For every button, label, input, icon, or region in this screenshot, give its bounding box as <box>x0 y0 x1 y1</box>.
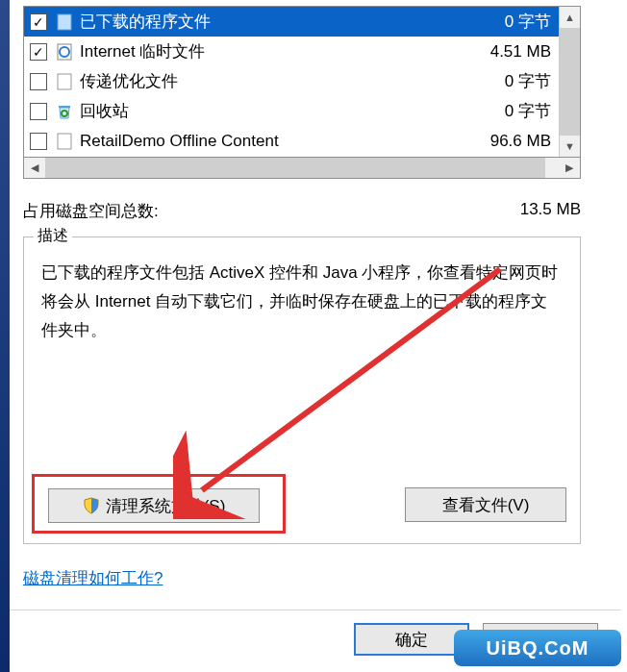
file-name: Internet 临时文件 <box>80 40 490 62</box>
help-link[interactable]: 磁盘清理如何工作? <box>23 567 163 589</box>
list-item[interactable]: 回收站 0 字节 <box>24 96 561 126</box>
ok-button[interactable]: 确定 <box>354 623 469 656</box>
scroll-right-icon[interactable]: ▶ <box>559 158 580 178</box>
scroll-thumb[interactable] <box>45 158 545 178</box>
file-size: 0 字节 <box>505 11 561 33</box>
file-size: 4.51 MB <box>490 42 561 62</box>
recycle-bin-icon <box>55 102 74 121</box>
checkbox[interactable] <box>30 13 47 31</box>
file-name: 回收站 <box>80 100 505 122</box>
description-text: 已下载的程序文件包括 ActiveX 控件和 Java 小程序，你查看特定网页时… <box>41 259 561 345</box>
disk-cleanup-dialog: 已下载的程序文件 0 字节 Internet 临时文件 4.51 MB <box>10 0 627 672</box>
file-name: RetailDemo Offline Content <box>80 132 490 151</box>
blank-file-icon <box>55 72 74 91</box>
view-files-button[interactable]: 查看文件(V) <box>405 487 566 522</box>
file-name: 已下载的程序文件 <box>80 11 505 33</box>
clean-system-files-label: 清理系统文件(S) <box>106 495 226 517</box>
view-files-label: 查看文件(V) <box>442 494 530 516</box>
scroll-up-icon[interactable]: ▲ <box>560 7 580 28</box>
total-label: 占用磁盘空间总数: <box>23 200 520 222</box>
file-list: 已下载的程序文件 0 字节 Internet 临时文件 4.51 MB <box>23 6 581 158</box>
ok-label: 确定 <box>395 629 428 651</box>
svg-rect-0 <box>58 14 71 30</box>
blank-file-icon <box>55 132 74 151</box>
scroll-left-icon[interactable]: ◀ <box>24 158 45 178</box>
horizontal-scrollbar[interactable]: ◀ ▶ <box>23 158 581 179</box>
scroll-down-icon[interactable]: ▼ <box>560 136 580 157</box>
file-size: 0 字节 <box>505 100 561 122</box>
list-item[interactable]: RetailDemo Offline Content 96.6 MB <box>24 126 561 156</box>
list-item[interactable]: 传递优化文件 0 字节 <box>24 66 561 96</box>
checkbox[interactable] <box>30 133 47 150</box>
description-legend: 描述 <box>34 226 72 246</box>
clean-system-files-button[interactable]: 清理系统文件(S) <box>48 488 260 523</box>
scroll-thumb[interactable] <box>560 28 580 136</box>
file-size: 96.6 MB <box>490 132 561 151</box>
file-size: 0 字节 <box>505 70 561 92</box>
description-group: 描述 已下载的程序文件包括 ActiveX 控件和 Java 小程序，你查看特定… <box>23 236 581 544</box>
generic-file-icon <box>55 12 74 32</box>
total-value: 13.5 MB <box>520 200 581 222</box>
shield-icon <box>83 497 100 514</box>
checkbox[interactable] <box>30 73 47 90</box>
vertical-scrollbar[interactable]: ▲ ▼ <box>559 7 580 157</box>
total-space-row: 占用磁盘空间总数: 13.5 MB <box>23 200 581 222</box>
separator <box>10 610 621 610</box>
checkbox[interactable] <box>30 103 47 120</box>
watermark: UiBQ.CoM <box>454 630 621 666</box>
svg-rect-5 <box>58 134 71 149</box>
svg-rect-3 <box>58 74 71 89</box>
annotation-highlight: 清理系统文件(S) <box>32 474 286 534</box>
ie-file-icon <box>55 42 74 62</box>
file-name: 传递优化文件 <box>80 70 505 92</box>
list-item[interactable]: Internet 临时文件 4.51 MB <box>24 37 561 66</box>
list-item[interactable]: 已下载的程序文件 0 字节 <box>24 7 561 37</box>
checkbox[interactable] <box>30 43 47 61</box>
